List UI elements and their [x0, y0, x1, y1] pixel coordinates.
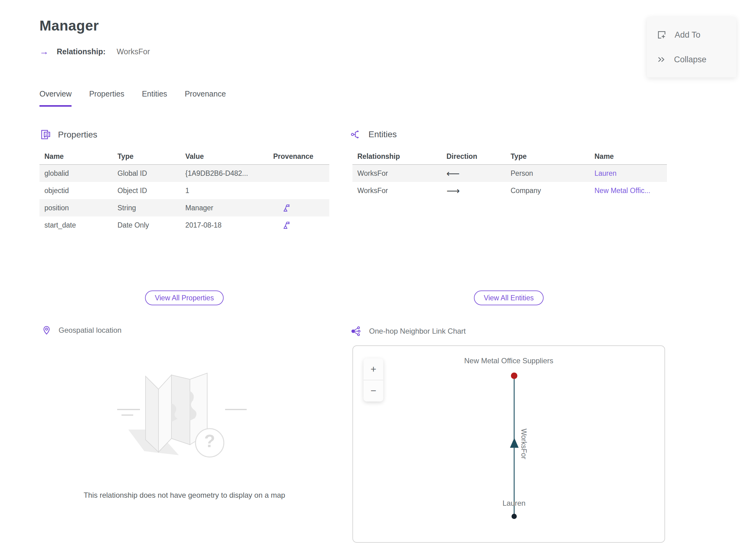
cell-relationship: WorksFor [352, 187, 442, 195]
col-direction: Direction [442, 152, 506, 161]
table-row: position String Manager [39, 199, 329, 216]
node-person[interactable] [512, 514, 517, 519]
entities-section-header: Entities [351, 129, 397, 140]
provenance-flag-icon[interactable] [282, 221, 291, 229]
direction-right-arrow-icon: ⟶ [442, 185, 506, 196]
tab-bar: Overview Properties Entities Provenance [39, 89, 226, 107]
geospatial-section-header: Geospatial location [42, 325, 121, 335]
tab-overview[interactable]: Overview [39, 89, 72, 107]
cell-value: 2017-08-18 [180, 221, 268, 229]
properties-section-title: Properties [58, 130, 97, 140]
cell-type: Global ID [112, 169, 180, 178]
cell-value: 1 [180, 187, 268, 195]
add-to-icon [657, 30, 667, 40]
collapse-label: Collapse [674, 55, 707, 65]
tab-properties[interactable]: Properties [89, 89, 124, 107]
edge-label: WorksFor [520, 429, 528, 459]
relationship-detail-page: Manager → Relationship: WorksFor Add To [0, 0, 740, 560]
col-name: Name [39, 152, 112, 161]
action-panel: Add To Collapse [647, 17, 736, 77]
map-pin-icon [42, 325, 51, 335]
view-all-entities-button[interactable]: View All Entities [474, 290, 544, 305]
view-all-properties-button[interactable]: View All Properties [145, 290, 223, 305]
link-chart-section-title: One-hop Neighbor Link Chart [369, 327, 466, 336]
table-row: globalid Global ID {1A9DB2B6-D482... [39, 165, 329, 182]
cell-name: objectid [39, 187, 112, 195]
link-chart-section-header: One-hop Neighbor Link Chart [351, 325, 466, 337]
properties-table-header: Name Type Value Provenance [39, 149, 329, 165]
direction-left-arrow-icon: ⟵ [442, 168, 506, 179]
collapse-chevrons-icon [657, 55, 666, 64]
entities-section-title: Entities [368, 129, 397, 139]
tab-provenance[interactable]: Provenance [185, 89, 226, 107]
breadcrumb: → Relationship: WorksFor [39, 47, 150, 56]
subtitle-label: Relationship: [57, 47, 105, 56]
cell-provenance [268, 203, 329, 212]
properties-note-icon [39, 129, 51, 141]
node-label-person: Lauren [502, 499, 526, 507]
table-row: WorksFor ⟶ Company New Metal Offic... [352, 182, 667, 199]
col-type: Type [112, 152, 180, 161]
svg-text:?: ? [204, 431, 215, 451]
entities-graph-icon [351, 129, 362, 140]
cell-name: start_date [39, 221, 112, 229]
cell-name: position [39, 204, 112, 212]
node-label-company: New Metal Office Suppliers [353, 357, 664, 365]
entities-table-header: Relationship Direction Type Name [352, 149, 667, 165]
cell-relationship: WorksFor [352, 169, 442, 178]
col-provenance: Provenance [268, 152, 329, 161]
page-title: Manager [39, 17, 99, 34]
zoom-out-button[interactable]: − [364, 380, 383, 401]
table-row: objectid Object ID 1 [39, 182, 329, 199]
col-name: Name [589, 152, 667, 161]
cell-type: Company [506, 187, 589, 195]
geospatial-section-title: Geospatial location [59, 326, 121, 335]
cell-name: globalid [39, 169, 112, 178]
tab-entities[interactable]: Entities [142, 89, 167, 107]
relationship-arrow-icon: → [39, 47, 49, 56]
empty-map-illustration: ? [113, 369, 249, 465]
cell-value: {1A9DB2B6-D482... [180, 169, 268, 178]
subtitle-value: WorksFor [116, 47, 150, 56]
properties-table: Name Type Value Provenance globalid Glob… [39, 149, 329, 234]
node-company[interactable] [511, 373, 518, 379]
cell-provenance [268, 221, 329, 229]
col-relationship: Relationship [352, 152, 442, 161]
table-row: start_date Date Only 2017-08-18 [39, 216, 329, 234]
entities-table: Relationship Direction Type Name WorksFo… [352, 149, 667, 199]
link-chart-icon [351, 325, 362, 337]
cell-type: String [112, 204, 180, 212]
add-to-button[interactable]: Add To [647, 30, 736, 40]
col-value: Value [180, 152, 268, 161]
link-chart-canvas[interactable]: + − New Metal Office Suppliers WorksFor … [352, 345, 665, 543]
col-type: Type [506, 152, 589, 161]
collapse-button[interactable]: Collapse [647, 55, 736, 65]
cell-type: Date Only [112, 221, 180, 229]
entity-name-link[interactable]: Lauren [589, 169, 667, 178]
cell-type: Person [506, 169, 589, 178]
properties-section-header: Properties [39, 129, 97, 141]
table-row: WorksFor ⟵ Person Lauren [352, 165, 667, 182]
provenance-flag-icon[interactable] [282, 203, 291, 212]
entity-name-link[interactable]: New Metal Offic... [589, 187, 667, 195]
cell-value: Manager [180, 204, 268, 212]
edge-arrowhead-icon [510, 438, 519, 448]
cell-type: Object ID [112, 187, 180, 195]
add-to-label: Add To [675, 30, 701, 40]
no-geometry-message: This relationship does not have geometry… [39, 491, 329, 499]
